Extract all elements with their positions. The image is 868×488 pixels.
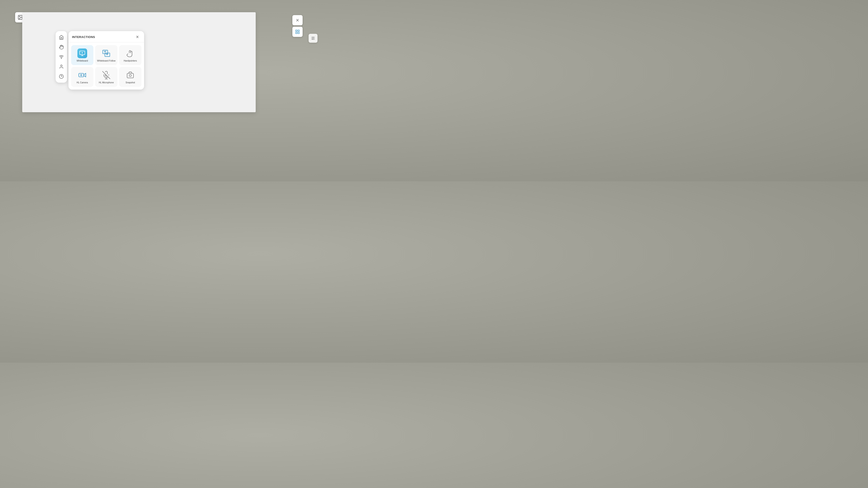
snapshot-label: Snapshot — [126, 82, 135, 84]
svg-rect-5 — [298, 30, 299, 31]
sidebar-item-hand[interactable] — [57, 43, 66, 52]
sidebar-item-person[interactable] — [57, 62, 66, 71]
home-icon — [59, 35, 64, 40]
svg-point-13 — [60, 65, 62, 66]
close-icon — [135, 35, 140, 39]
sidebar-item-signal[interactable] — [57, 53, 66, 61]
interaction-snapshot[interactable]: Snapshot — [119, 67, 142, 87]
svg-point-25 — [82, 52, 83, 53]
grid-panel-button[interactable] — [292, 27, 303, 37]
handpointers-label: Handpointers — [124, 60, 137, 62]
interaction-hl-microphone[interactable]: HL Microphone — [95, 67, 117, 87]
whiteboard-follow-icon — [101, 48, 111, 58]
question-icon — [59, 74, 64, 79]
interactions-header: INTERACTIONS — [68, 31, 144, 42]
person-icon — [59, 64, 64, 69]
interactions-panel: INTERACTIONS — [68, 31, 144, 90]
interactions-grid: Whiteboard Whiteboard Follow — [68, 42, 144, 90]
svg-rect-4 — [296, 30, 297, 31]
whiteboard-icon — [78, 48, 87, 58]
close-icon — [295, 18, 300, 23]
close-button[interactable] — [292, 15, 303, 25]
interactions-container: INTERACTIONS — [56, 31, 144, 90]
interactions-close-button[interactable] — [134, 34, 141, 40]
hl-microphone-icon — [101, 70, 111, 80]
svg-marker-33 — [84, 73, 86, 77]
list-button[interactable] — [309, 34, 317, 43]
svg-point-14 — [59, 74, 63, 78]
sidebar-item-home[interactable] — [57, 33, 66, 42]
list-icon — [311, 36, 315, 40]
snapshot-icon — [125, 70, 135, 80]
sidebar-nav — [56, 31, 67, 83]
svg-point-11 — [312, 39, 313, 40]
svg-rect-38 — [127, 73, 134, 78]
top-right-controls — [292, 15, 303, 37]
svg-point-12 — [61, 58, 62, 59]
svg-point-1 — [19, 16, 20, 17]
hl-microphone-label: HL Microphone — [99, 82, 114, 84]
svg-point-39 — [129, 74, 131, 77]
interactions-title: INTERACTIONS — [72, 35, 95, 39]
hand-icon — [59, 45, 64, 50]
svg-rect-6 — [296, 32, 297, 34]
hl-camera-label: HL Camera — [77, 82, 88, 84]
handpointers-icon — [125, 48, 135, 58]
whiteboard-label: Whiteboard — [76, 60, 88, 62]
svg-point-34 — [81, 74, 82, 76]
svg-rect-32 — [79, 73, 84, 77]
interaction-whiteboard-follow[interactable]: Whiteboard Follow — [95, 45, 117, 65]
interaction-hl-camera[interactable]: HL Camera — [71, 67, 93, 87]
hl-camera-icon — [78, 70, 87, 80]
whiteboard-follow-label: Whiteboard Follow — [97, 60, 116, 62]
interaction-whiteboard[interactable]: Whiteboard — [71, 45, 93, 65]
wifi-icon — [59, 55, 64, 59]
interaction-handpointers[interactable]: Handpointers — [119, 45, 142, 65]
grid-icon — [295, 29, 300, 34]
svg-rect-7 — [298, 32, 299, 34]
sidebar-item-help[interactable] — [57, 72, 66, 81]
